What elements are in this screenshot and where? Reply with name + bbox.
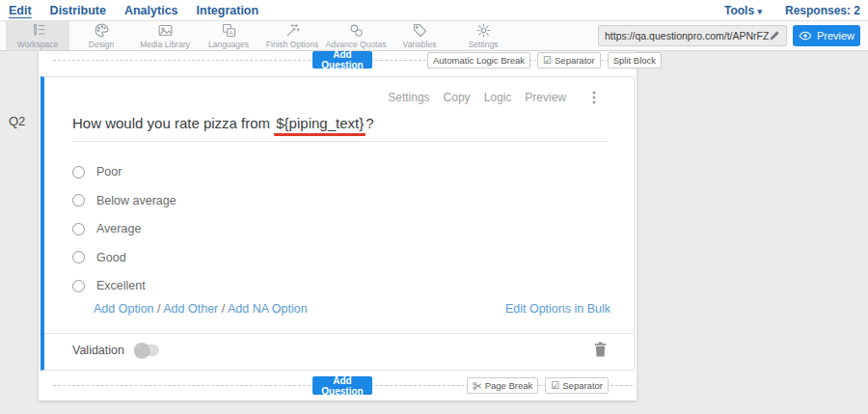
answer-option-row[interactable]: Below average xyxy=(72,194,176,207)
gear-icon xyxy=(475,23,492,39)
question-text-field[interactable]: How would you rate pizza from ${piping_t… xyxy=(72,115,374,131)
nav-tab-analytics[interactable]: Analytics xyxy=(124,4,178,17)
automatic-logic-break-button[interactable]: Automatic Logic Break xyxy=(427,52,530,69)
separator-button-top[interactable]: ☑Separator xyxy=(537,52,601,69)
add-option-link[interactable]: Add Option xyxy=(94,302,154,316)
question-settings-link[interactable]: Settings xyxy=(388,91,429,104)
question-menu: Settings Copy Logic Preview xyxy=(388,90,601,105)
translate-icon: A xyxy=(221,23,237,39)
nav-tabs: Edit Distribute Analytics Integration xyxy=(0,4,258,17)
question-logic-link[interactable]: Logic xyxy=(484,91,512,104)
question-preview-link[interactable]: Preview xyxy=(525,91,566,104)
add-options-links: Add Option / Add Other / Add NA Option xyxy=(94,302,308,316)
toolbar-item-design[interactable]: Design xyxy=(69,21,133,50)
add-other-link[interactable]: Add Other xyxy=(163,302,218,316)
checkbox-icon: ☑ xyxy=(551,381,559,391)
toolbar-item-advance-quotas[interactable]: Advance Quotas xyxy=(324,21,388,50)
question-number: Q2 xyxy=(9,114,25,128)
question-copy-link[interactable]: Copy xyxy=(444,91,471,104)
tag-icon xyxy=(412,23,428,39)
validation-toggle[interactable] xyxy=(134,345,159,356)
add-question-button-top[interactable]: Add Question xyxy=(312,51,372,69)
add-question-button-bottom[interactable]: Add Question xyxy=(312,376,372,395)
links-icon xyxy=(348,23,365,39)
page-break-button[interactable]: Page Break xyxy=(467,377,539,394)
piping-token: ${piping_text} xyxy=(274,115,366,136)
workspace-icon xyxy=(30,23,46,39)
toggle-knob xyxy=(134,343,149,358)
responses-count[interactable]: Responses: 2 xyxy=(785,4,860,17)
split-block-button[interactable]: Split Block xyxy=(608,52,662,69)
svg-text:A: A xyxy=(229,30,232,36)
validation-label: Validation xyxy=(72,344,124,357)
nav-tab-edit[interactable]: Edit xyxy=(9,4,32,17)
survey-url: https://qa.questionpro.com/t/APNrFZgR xyxy=(605,30,769,41)
eye-icon xyxy=(799,31,812,41)
toolbar-item-finish-options[interactable]: Finish Options xyxy=(260,21,324,50)
survey-toolbar: Workspace Design Media Library A Languag… xyxy=(0,21,868,51)
nav-tab-integration[interactable]: Integration xyxy=(197,4,259,17)
toolbar-item-variables[interactable]: Variables xyxy=(388,21,451,50)
radio-icon[interactable] xyxy=(72,194,85,207)
radio-icon[interactable] xyxy=(72,251,85,263)
answer-option-row[interactable]: Poor xyxy=(72,165,122,179)
nav-tab-distribute[interactable]: Distribute xyxy=(50,4,106,17)
kebab-menu-icon[interactable] xyxy=(587,90,601,105)
validation-divider xyxy=(44,333,634,334)
answer-option-row[interactable]: Average xyxy=(72,222,141,235)
survey-url-field[interactable]: https://qa.questionpro.com/t/APNrFZgR xyxy=(598,25,787,46)
radio-icon[interactable] xyxy=(72,223,85,235)
survey-block-panel: Add Question Automatic Logic Break ☑Sepa… xyxy=(39,51,637,400)
checkbox-icon: ☑ xyxy=(543,56,552,66)
top-navigation: Edit Distribute Analytics Integration To… xyxy=(0,0,868,21)
answer-option-row[interactable]: Good xyxy=(72,251,126,264)
edit-url-pencil-icon[interactable] xyxy=(769,30,780,41)
preview-button[interactable]: Preview xyxy=(793,25,860,46)
answer-option-row[interactable]: Excellent xyxy=(72,279,146,292)
question-text-underline xyxy=(72,141,608,142)
radio-icon[interactable] xyxy=(72,280,85,292)
page-break-scissors-icon xyxy=(473,381,482,391)
palette-icon xyxy=(94,23,110,39)
toolbar-item-settings[interactable]: Settings xyxy=(451,21,515,50)
toolbar-item-media-library[interactable]: Media Library xyxy=(133,21,197,50)
wand-icon xyxy=(285,23,301,39)
question-card: Settings Copy Logic Preview How would yo… xyxy=(41,76,635,371)
image-icon xyxy=(157,23,174,39)
tools-dropdown[interactable]: Tools ▾ xyxy=(724,4,762,17)
add-na-option-link[interactable]: Add NA Option xyxy=(228,302,308,316)
delete-question-trash-icon[interactable] xyxy=(594,342,607,357)
radio-icon[interactable] xyxy=(72,166,85,179)
chevron-down-icon: ▾ xyxy=(757,7,762,16)
toolbar-item-workspace[interactable]: Workspace xyxy=(6,21,69,50)
separator-button-bottom[interactable]: ☑Separator xyxy=(545,377,609,394)
toolbar-item-languages[interactable]: A Languages xyxy=(197,21,260,50)
edit-options-in-bulk-link[interactable]: Edit Options in Bulk xyxy=(505,302,610,316)
